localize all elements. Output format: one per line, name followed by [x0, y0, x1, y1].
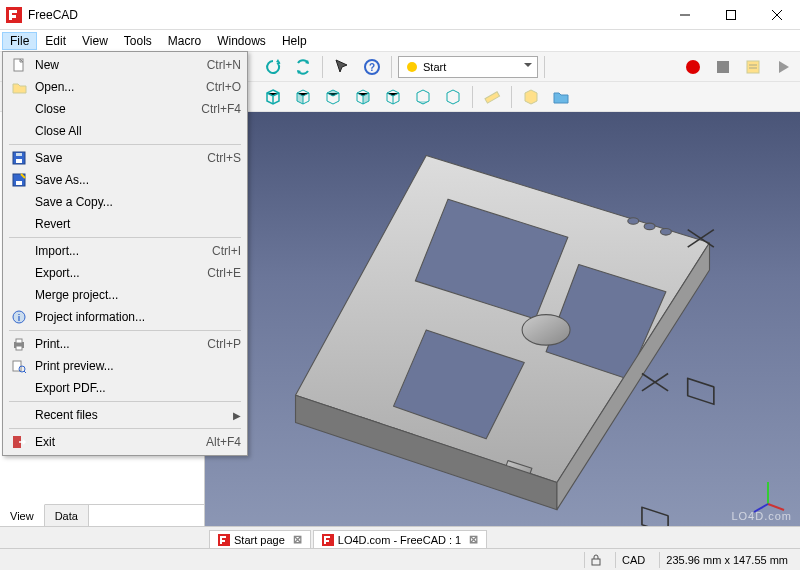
menu-item-project-information[interactable]: iProject information...: [5, 306, 245, 328]
right-cube-icon[interactable]: [350, 84, 376, 110]
menu-item-revert[interactable]: Revert: [5, 213, 245, 235]
status-mode: CAD: [615, 552, 651, 568]
svg-rect-40: [16, 346, 22, 350]
svg-rect-18: [642, 507, 668, 526]
preview-icon: [9, 358, 29, 374]
play-icon[interactable]: [770, 54, 796, 80]
statusbar: CAD 235.96 mm x 147.55 mm: [0, 548, 800, 570]
bottom-cube-icon[interactable]: [410, 84, 436, 110]
folder-icon[interactable]: [548, 84, 574, 110]
blank-icon: [9, 380, 29, 396]
minimize-button[interactable]: [662, 0, 708, 30]
print-icon: [9, 336, 29, 352]
menu-item-print[interactable]: Print...Ctrl+P: [5, 333, 245, 355]
menu-item-label: Export...: [35, 266, 207, 280]
left-cube-icon[interactable]: [440, 84, 466, 110]
menu-item-new[interactable]: NewCtrl+N: [5, 54, 245, 76]
menu-item-exit[interactable]: ExitAlt+F4: [5, 431, 245, 453]
back-cube-icon[interactable]: [380, 84, 406, 110]
axis-gizmo: [748, 474, 788, 514]
workbench-label: Start: [423, 61, 446, 73]
top-cube-icon[interactable]: [320, 84, 346, 110]
menu-item-shortcut: Alt+F4: [206, 435, 241, 449]
menu-item-open[interactable]: Open...Ctrl+O: [5, 76, 245, 98]
menu-item-close-all[interactable]: Close All: [5, 120, 245, 142]
help-icon[interactable]: ?: [359, 54, 385, 80]
workbench-selector[interactable]: Start: [398, 56, 538, 78]
menu-item-save[interactable]: SaveCtrl+S: [5, 147, 245, 169]
doc-tab-label: Start page: [234, 534, 285, 546]
menu-item-recent-files[interactable]: Recent files▶: [5, 404, 245, 426]
doc-tab-startpage[interactable]: Start page ⊠: [209, 530, 311, 548]
measure-icon[interactable]: [479, 84, 505, 110]
blank-icon: [9, 287, 29, 303]
menu-item-label: Export PDF...: [35, 381, 241, 395]
blank-icon: [9, 123, 29, 139]
menu-item-import[interactable]: Import...Ctrl+I: [5, 240, 245, 262]
menu-view[interactable]: View: [74, 32, 116, 50]
tab-view[interactable]: View: [0, 504, 45, 526]
3d-model: [205, 112, 800, 526]
svg-rect-29: [592, 559, 600, 565]
refresh-icon[interactable]: [260, 54, 286, 80]
doc-tab-document[interactable]: LO4D.com - FreeCAD : 1 ⊠: [313, 530, 487, 548]
menu-tools[interactable]: Tools: [116, 32, 160, 50]
menu-file[interactable]: File: [2, 32, 37, 50]
save-icon: [9, 150, 29, 166]
front-cube-icon[interactable]: [290, 84, 316, 110]
menu-item-label: Print...: [35, 337, 207, 351]
menu-help[interactable]: Help: [274, 32, 315, 50]
menu-item-label: Save: [35, 151, 207, 165]
menubar: File Edit View Tools Macro Windows Help: [0, 30, 800, 52]
close-button[interactable]: [754, 0, 800, 30]
3d-viewport[interactable]: LO4D.com: [205, 112, 800, 526]
menu-item-label: Close All: [35, 124, 241, 138]
chevron-right-icon: ▶: [233, 410, 241, 421]
menu-separator: [9, 401, 241, 402]
menu-edit[interactable]: Edit: [37, 32, 74, 50]
menu-item-merge-project[interactable]: Merge project...: [5, 284, 245, 306]
svg-rect-2: [727, 10, 736, 19]
svg-rect-33: [16, 153, 22, 156]
menu-item-save-a-copy[interactable]: Save a Copy...: [5, 191, 245, 213]
doc-tab-label: LO4D.com - FreeCAD : 1: [338, 534, 461, 546]
menu-item-save-as[interactable]: Save As...: [5, 169, 245, 191]
menu-item-export[interactable]: Export...Ctrl+E: [5, 262, 245, 284]
record-icon[interactable]: [680, 54, 706, 80]
menu-item-shortcut: Ctrl+F4: [201, 102, 241, 116]
refresh2-icon[interactable]: [290, 54, 316, 80]
svg-rect-35: [16, 181, 22, 185]
file-menu-dropdown: NewCtrl+NOpen...Ctrl+OCloseCtrl+F4Close …: [2, 51, 248, 456]
iso-cube-icon[interactable]: [260, 84, 286, 110]
menu-separator: [9, 428, 241, 429]
menu-item-label: Recent files: [35, 408, 233, 422]
window-controls: [662, 0, 800, 30]
info-icon: i: [9, 309, 29, 325]
menu-item-label: Save a Copy...: [35, 195, 241, 209]
stop-icon[interactable]: [710, 54, 736, 80]
part-icon[interactable]: [518, 84, 544, 110]
menu-item-close[interactable]: CloseCtrl+F4: [5, 98, 245, 120]
menu-macro[interactable]: Macro: [160, 32, 209, 50]
close-icon[interactable]: ⊠: [469, 533, 478, 546]
menu-item-label: Merge project...: [35, 288, 241, 302]
cursor-icon[interactable]: [329, 54, 355, 80]
svg-point-14: [522, 315, 570, 346]
menu-item-label: Import...: [35, 244, 212, 258]
close-icon[interactable]: ⊠: [293, 533, 302, 546]
svg-text:i: i: [18, 313, 21, 323]
svg-rect-41: [13, 361, 21, 371]
tab-data[interactable]: Data: [45, 505, 89, 526]
blank-icon: [9, 101, 29, 117]
window-title: FreeCAD: [28, 8, 662, 22]
saveas-icon: [9, 172, 29, 188]
menu-item-print-preview[interactable]: Print preview...: [5, 355, 245, 377]
notepad-icon[interactable]: [740, 54, 766, 80]
menu-item-export-pdf[interactable]: Export PDF...: [5, 377, 245, 399]
svg-point-8: [686, 60, 700, 74]
menu-item-label: Save As...: [35, 173, 241, 187]
svg-line-43: [24, 371, 26, 373]
new-icon: [9, 57, 29, 73]
maximize-button[interactable]: [708, 0, 754, 30]
menu-windows[interactable]: Windows: [209, 32, 274, 50]
